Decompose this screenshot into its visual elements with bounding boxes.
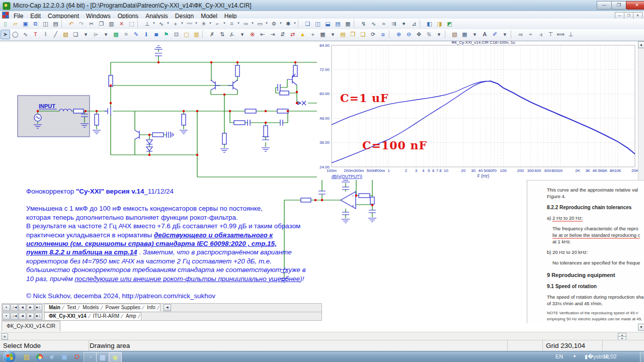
clock[interactable]: 16:02 bbox=[603, 353, 617, 359]
arrow-component-picker-dropdown[interactable]: ▼ bbox=[251, 19, 255, 28]
phase-component-picker[interactable]: Φ bbox=[269, 19, 279, 29]
panel-right-icon[interactable]: ◨ bbox=[435, 19, 444, 29]
tab-nav-2[interactable]: ◀ bbox=[19, 304, 26, 311]
zoom-out-icon[interactable]: ⊖ bbox=[404, 30, 414, 39]
paste-icon[interactable]: ▥ bbox=[107, 19, 116, 29]
arrange-icons-icon[interactable]: ▤ bbox=[333, 19, 343, 29]
source-component-picker[interactable]: ∿ bbox=[156, 19, 166, 29]
notes-icon[interactable]: ▥ bbox=[192, 30, 201, 39]
tab-amp[interactable]: Amp bbox=[123, 313, 138, 320]
tab-info[interactable]: Info bbox=[144, 304, 157, 311]
tab-nav-1[interactable]: ❘◀ bbox=[11, 304, 18, 311]
align-bottom-icon[interactable]: ⊥ bbox=[566, 30, 576, 39]
warning-toggle-icon[interactable]: ▲ bbox=[298, 30, 307, 39]
spread-horizontal-icon[interactable]: ⟺ bbox=[556, 30, 566, 39]
zoom-scale-icon[interactable]: ％ bbox=[424, 30, 434, 39]
tab-text[interactable]: Text bbox=[64, 304, 78, 311]
microcap-active-icon[interactable]: ◉ bbox=[109, 352, 122, 362]
ortho-wire-icon[interactable]: ⌇ bbox=[41, 30, 50, 39]
scroll-down-icon[interactable]: ▼ bbox=[638, 324, 644, 331]
sheet-icon[interactable]: ▢ bbox=[182, 30, 191, 39]
language-indicator[interactable]: EN bbox=[555, 353, 563, 359]
opera-icon[interactable]: O bbox=[73, 353, 81, 361]
tab-nav-0[interactable]: ▾ bbox=[3, 304, 10, 311]
tab-nav-3[interactable]: ▶ bbox=[27, 304, 34, 311]
zoom-in-icon[interactable]: ⊕ bbox=[394, 30, 404, 39]
chrome-icon[interactable] bbox=[35, 353, 43, 361]
calculator-icon[interactable]: ▦ bbox=[343, 19, 353, 29]
resistor-component-picker-dropdown[interactable]: ▼ bbox=[194, 19, 198, 28]
help-point-icon[interactable]: ◙ bbox=[151, 30, 161, 39]
pattern-dropdown-icon[interactable]: ▾ bbox=[470, 30, 479, 39]
picture-mode-icon[interactable]: ❑ bbox=[71, 30, 80, 39]
tray-expand-icon[interactable]: ▲ bbox=[573, 353, 577, 358]
cascade-windows-icon[interactable]: ❏ bbox=[303, 19, 312, 29]
close-strip-icon[interactable]: ✕ bbox=[2, 333, 8, 340]
close-button[interactable]: ✕ bbox=[626, 1, 644, 10]
tab-itu-r-arm[interactable]: ITU-R-ARM bbox=[90, 313, 121, 320]
info-icon[interactable]: ℹ bbox=[141, 30, 151, 39]
print-icon[interactable]: ▤ bbox=[51, 19, 60, 29]
copy-icon[interactable]: ❐ bbox=[97, 19, 106, 29]
connector-component-picker[interactable]: ✳ bbox=[199, 19, 208, 29]
ground-component-picker-dropdown[interactable]: ▼ bbox=[152, 19, 156, 28]
restore-button[interactable]: ❐ bbox=[611, 1, 626, 10]
microcap-blue-icon[interactable]: ◔ bbox=[84, 352, 97, 362]
connector-component-picker-dropdown[interactable]: ▼ bbox=[208, 19, 212, 28]
dynamic-dc-icon[interactable]: ⇉ bbox=[389, 19, 398, 29]
mdi-minimize-button[interactable]: — bbox=[615, 12, 624, 19]
grid-component-picker-dropdown[interactable]: ▼ bbox=[236, 19, 240, 28]
panel-left-icon[interactable]: ◧ bbox=[425, 19, 434, 29]
align-left-mode-icon[interactable]: ⇤ bbox=[258, 30, 267, 39]
center-horizontal-icon[interactable]: ÷ bbox=[526, 30, 535, 39]
page-icon[interactable]: ❑ bbox=[358, 30, 368, 39]
pan-icon[interactable]: ✥ bbox=[414, 30, 424, 39]
delete-icon[interactable]: ✕ bbox=[117, 19, 126, 29]
component-mode-icon[interactable]: ◯ bbox=[11, 30, 20, 39]
redo-icon[interactable]: ↷ bbox=[76, 19, 86, 29]
inductor-component-picker-dropdown[interactable]: ▼ bbox=[222, 19, 226, 28]
tab-main[interactable]: Main bbox=[46, 304, 62, 311]
find-part-icon[interactable]: ✗ bbox=[207, 30, 217, 39]
print-preview-icon[interactable]: ◫ bbox=[41, 19, 50, 29]
flow-dropdown-icon[interactable]: ▾ bbox=[101, 30, 111, 39]
save-all-icon[interactable]: ⧉ bbox=[31, 19, 40, 29]
tile-vertical-icon[interactable]: ◫ bbox=[313, 19, 323, 29]
font-dropdown-icon[interactable]: ▾ bbox=[500, 30, 510, 39]
misc-component-picker[interactable]: ✱ bbox=[283, 19, 293, 29]
align-right-icon[interactable]: ⫣ bbox=[536, 30, 545, 39]
flag-icon[interactable]: ⚑ bbox=[162, 30, 171, 39]
sensitivity-icon[interactable]: ✦ bbox=[399, 19, 409, 29]
tab-nav-4[interactable]: ▶❘ bbox=[35, 313, 42, 320]
color-icon[interactable]: ▧ bbox=[450, 30, 459, 39]
zoom-dropdown-icon[interactable]: ▾ bbox=[434, 30, 444, 39]
box-component-picker[interactable]: ▭ bbox=[255, 19, 265, 29]
border-icon[interactable]: ▤ bbox=[338, 30, 348, 39]
ground-component-picker[interactable]: ⊥ bbox=[142, 19, 152, 29]
text-mode-icon[interactable]: T bbox=[31, 30, 40, 39]
scroll-up-icon[interactable]: ▲ bbox=[638, 41, 644, 48]
select-region-icon[interactable]: ⊡ bbox=[172, 30, 181, 39]
align-left-icon[interactable]: ⫤ bbox=[516, 30, 525, 39]
misc-component-picker-dropdown[interactable]: ▼ bbox=[293, 19, 297, 28]
box-component-picker-dropdown[interactable]: ▼ bbox=[265, 19, 269, 28]
panel-mix-icon[interactable]: ◩ bbox=[445, 19, 454, 29]
new-file-icon[interactable]: ▯ bbox=[1, 19, 10, 29]
resistor-component-picker[interactable]: 〰 bbox=[185, 19, 194, 29]
tab-nav-1[interactable]: ❘◀ bbox=[11, 313, 18, 320]
distortion-icon[interactable]: ⊿ bbox=[409, 19, 419, 29]
pattern-icon[interactable]: ▦ bbox=[460, 30, 469, 39]
probe-icon[interactable]: ⍼ bbox=[227, 30, 237, 39]
dc-analysis-icon[interactable]: ≈ bbox=[379, 19, 388, 29]
cross-probe-icon[interactable]: ⊗ bbox=[248, 30, 257, 39]
probe-dropdown-icon[interactable]: ▾ bbox=[237, 30, 247, 39]
rotate-icon[interactable]: ⇄ bbox=[288, 30, 297, 39]
arrow-component-picker[interactable]: ⇨ bbox=[241, 19, 251, 29]
grid-toggle-icon[interactable]: ⌗ bbox=[121, 30, 131, 39]
grid-component-picker[interactable]: ⌗ bbox=[227, 19, 236, 29]
node-component-picker[interactable]: ＋ bbox=[171, 19, 180, 29]
grid-dropdown-icon[interactable]: ▾ bbox=[328, 30, 338, 39]
file-tab[interactable]: ФК_Cy-XXI_v14.CIR bbox=[2, 321, 60, 331]
ie-icon[interactable]: e bbox=[48, 353, 56, 361]
tab-nav-4[interactable]: ▶❘ bbox=[35, 304, 42, 311]
